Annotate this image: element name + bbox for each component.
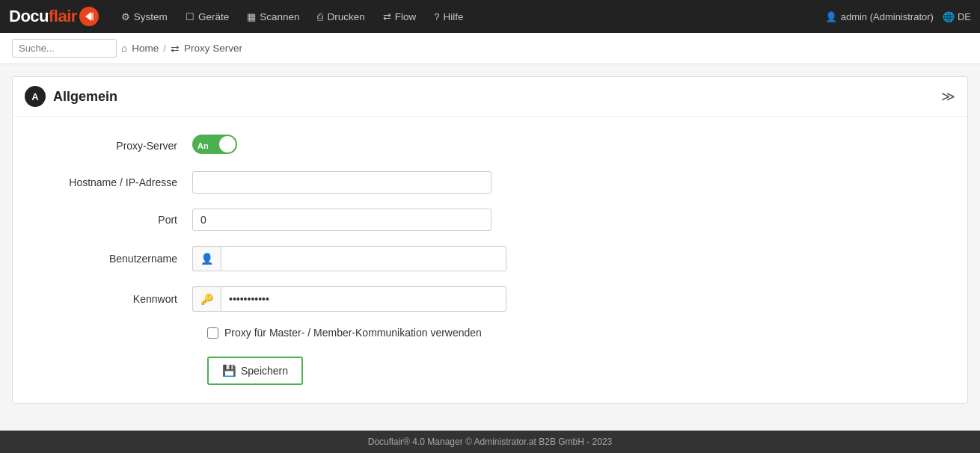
nav-label-geraete: Geräte (198, 11, 229, 22)
section-title: Allgemein (53, 89, 117, 105)
username-input[interactable] (221, 246, 506, 271)
proxy-toggle-wrapper[interactable]: An (192, 135, 237, 156)
navbar-right: 👤 admin (Administrator) 🌐 DE (825, 11, 971, 22)
home-icon: ⌂ (121, 43, 127, 54)
flow-icon: ⇄ (383, 11, 391, 22)
gear-icon: ⚙ (121, 11, 130, 22)
brand-docu: Docu (9, 7, 49, 26)
username-label: Benutzername (43, 253, 192, 265)
proxy-toggle-switch[interactable] (192, 135, 237, 154)
proxy-toggle-container: An (192, 135, 237, 156)
password-input[interactable] (221, 286, 506, 312)
proxy-checkbox[interactable] (207, 327, 218, 339)
footer: Docuflair® 4.0 Manager © Administrator.a… (0, 431, 980, 453)
user-icon: 👤 (825, 11, 837, 22)
username-row: Benutzername 👤 (43, 246, 937, 271)
port-input[interactable] (192, 209, 491, 231)
proxy-server-row: Proxy-Server An (43, 135, 937, 156)
proxy-checkbox-row: Proxy für Master- / Member-Kommunikation… (207, 327, 937, 339)
user-field-icon: 👤 (192, 246, 221, 271)
port-row: Port (43, 209, 937, 231)
nav-label-system: System (134, 11, 168, 22)
save-button[interactable]: 💾 Speichern (207, 357, 303, 385)
nav-label-flow: Flow (395, 11, 417, 22)
proxy-server-label: Proxy-Server (43, 140, 192, 152)
lang-label: DE (958, 11, 971, 22)
brand-logo-link[interactable]: Docuflair (9, 7, 99, 26)
nav-item-drucken[interactable]: ⎙ Drucken (310, 7, 372, 27)
hostname-input[interactable] (192, 171, 491, 194)
nav-label-scannen: Scannen (260, 11, 299, 22)
hostname-label: Hostname / IP-Adresse (43, 176, 192, 188)
device-icon: ☐ (186, 11, 195, 22)
breadcrumb-bar: ⌂ Home / ⇄ Proxy Server (0, 33, 980, 64)
scan-icon: ▦ (247, 11, 256, 22)
password-label: Kennwort (43, 293, 192, 305)
navbar-nav: ⚙ System ☐ Geräte ▦ Scannen ⎙ Drucken ⇄ … (114, 7, 825, 27)
help-icon: ? (434, 11, 439, 22)
save-row: 💾 Speichern (207, 357, 937, 385)
search-input[interactable] (12, 39, 117, 58)
section-header: A Allgemein ≫ (13, 77, 967, 117)
globe-icon: 🌐 (943, 11, 955, 22)
breadcrumb-home[interactable]: Home (132, 43, 159, 54)
hostname-row: Hostname / IP-Adresse (43, 171, 937, 194)
user-menu[interactable]: 👤 admin (Administrator) (825, 11, 934, 22)
nav-item-scannen[interactable]: ▦ Scannen (239, 7, 307, 27)
brand-icon (79, 7, 99, 26)
breadcrumb-proxy-icon: ⇄ (171, 43, 180, 55)
section-card: A Allgemein ≫ Proxy-Server An (12, 76, 968, 404)
section-icon: A (25, 86, 46, 107)
nav-label-hilfe: Hilfe (443, 11, 463, 22)
nav-item-geraete[interactable]: ☐ Geräte (178, 7, 236, 27)
footer-text: Docuflair® 4.0 Manager © Administrator.a… (368, 437, 613, 447)
password-row: Kennwort 🔑 (43, 286, 937, 312)
collapse-button[interactable]: ≫ (941, 88, 955, 105)
proxy-checkbox-label: Proxy für Master- / Member-Kommunikation… (224, 327, 482, 339)
main-content: A Allgemein ≫ Proxy-Server An (0, 64, 980, 431)
section-title-group: A Allgemein (25, 86, 117, 107)
nav-item-flow[interactable]: ⇄ Flow (376, 7, 424, 27)
navbar: Docuflair ⚙ System ☐ Geräte ▦ Scannen ⎙ … (0, 0, 980, 33)
nav-item-system[interactable]: ⚙ System (114, 7, 175, 27)
breadcrumb-current: Proxy Server (184, 43, 242, 54)
password-input-group: 🔑 (192, 286, 506, 312)
toggle-slider (192, 135, 237, 154)
save-icon: 💾 (222, 364, 236, 378)
section-body: Proxy-Server An Hostname / IP-Adresse (13, 117, 967, 403)
language-menu[interactable]: 🌐 DE (943, 11, 971, 22)
print-icon: ⎙ (317, 11, 323, 22)
breadcrumb-sep-1: / (163, 43, 166, 54)
user-label: admin (Administrator) (841, 11, 934, 22)
username-input-group: 👤 (192, 246, 506, 271)
brand-flair: flair (49, 7, 77, 26)
save-button-label: Speichern (241, 365, 288, 377)
port-label: Port (43, 214, 192, 226)
nav-item-hilfe[interactable]: ? Hilfe (426, 7, 471, 27)
password-field-icon: 🔑 (192, 286, 221, 312)
nav-label-drucken: Drucken (327, 11, 364, 22)
